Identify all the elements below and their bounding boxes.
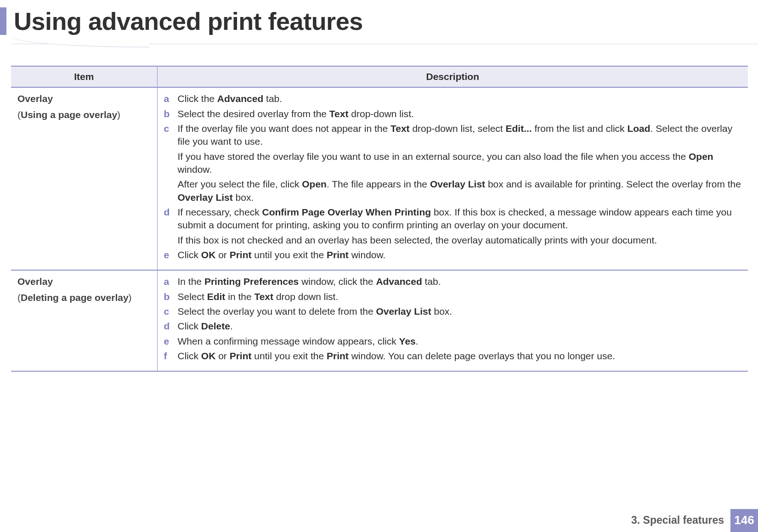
item-subtitle: (Deleting a page overlay) (17, 292, 132, 303)
step-text: If the overlay file you want does not ap… (178, 122, 742, 148)
step-item: dClick Delete. (164, 320, 742, 333)
step-text: In the Printing Preferences window, clic… (178, 275, 742, 288)
page-footer: 3. Special features 146 (631, 509, 758, 532)
step-marker: c (164, 305, 172, 318)
step-item: bSelect the desired overlay from the Tex… (164, 108, 742, 120)
item-subtitle: (Using a page overlay) (17, 109, 120, 120)
step-item: bSelect Edit in the Text drop down list. (164, 290, 742, 303)
step-body: Select the desired overlay from the Text… (178, 108, 742, 120)
step-marker: e (164, 249, 172, 261)
step-item: dIf necessary, check Confirm Page Overla… (164, 206, 742, 247)
step-extra: If this box is not checked and an overla… (178, 234, 742, 247)
step-marker: e (164, 335, 172, 348)
page-title: Using advanced print features (0, 5, 758, 38)
step-body: In the Printing Preferences window, clic… (178, 275, 742, 288)
step-item: eWhen a confirming message window appear… (164, 335, 742, 348)
table-row: Overlay(Using a page overlay)aClick the … (11, 87, 748, 270)
step-text: Select Edit in the Text drop down list. (178, 290, 742, 303)
col-header-description: Description (157, 66, 748, 87)
description-cell: aClick the Advanced tab.bSelect the desi… (157, 87, 748, 270)
title-underline (11, 41, 758, 47)
step-item: cSelect the overlay you want to delete f… (164, 305, 742, 318)
step-item: fClick OK or Print until you exit the Pr… (164, 350, 742, 362)
step-marker: f (164, 350, 172, 362)
content-table: Item Description Overlay(Using a page ov… (11, 66, 748, 372)
step-item: aClick the Advanced tab. (164, 92, 742, 105)
step-extra: After you select the file, click Open. T… (178, 178, 742, 204)
step-text: Select the desired overlay from the Text… (178, 108, 742, 120)
paren-close: ) (117, 109, 120, 120)
footer-page-number: 146 (730, 509, 758, 532)
table-body: Overlay(Using a page overlay)aClick the … (11, 87, 748, 371)
step-body: If necessary, check Confirm Page Overlay… (178, 206, 742, 247)
step-marker: b (164, 290, 172, 303)
step-text: Click OK or Print until you exit the Pri… (178, 249, 742, 261)
step-text: If necessary, check Confirm Page Overlay… (178, 206, 742, 232)
step-extra: If you have stored the overlay file you … (178, 150, 742, 176)
step-body: Select the overlay you want to delete fr… (178, 305, 742, 318)
step-text: Click the Advanced tab. (178, 92, 742, 105)
step-marker: a (164, 92, 172, 105)
step-text: Click OK or Print until you exit the Pri… (178, 350, 742, 362)
footer-chapter: 3. Special features (631, 513, 730, 527)
step-text: Click Delete. (178, 320, 742, 333)
title-underline-curve (11, 36, 149, 47)
col-header-item: Item (11, 66, 157, 87)
step-marker: b (164, 108, 172, 120)
item-title: Overlay (17, 275, 151, 288)
item-subtitle-bold: Using a page overlay (21, 109, 117, 120)
item-cell: Overlay(Using a page overlay) (11, 87, 157, 270)
item-cell: Overlay(Deleting a page overlay) (11, 270, 157, 371)
item-subtitle-bold: Deleting a page overlay (21, 292, 129, 303)
table-row: Overlay(Deleting a page overlay)aIn the … (11, 270, 748, 371)
step-body: Select Edit in the Text drop down list. (178, 290, 742, 303)
step-marker: d (164, 320, 172, 333)
step-text: When a confirming message window appears… (178, 335, 742, 348)
step-item: eClick OK or Print until you exit the Pr… (164, 249, 742, 261)
step-body: If the overlay file you want does not ap… (178, 122, 742, 204)
paren-open: ( (17, 109, 21, 120)
step-body: Click Delete. (178, 320, 742, 333)
steps-list: aClick the Advanced tab.bSelect the desi… (164, 92, 742, 261)
step-body: When a confirming message window appears… (178, 335, 742, 348)
title-accent-bar (0, 7, 6, 35)
steps-list: aIn the Printing Preferences window, cli… (164, 275, 742, 362)
step-body: Click the Advanced tab. (178, 92, 742, 105)
step-marker: c (164, 122, 172, 204)
step-item: aIn the Printing Preferences window, cli… (164, 275, 742, 288)
paren-open: ( (17, 292, 21, 303)
paren-close: ) (129, 292, 132, 303)
item-title: Overlay (17, 92, 151, 105)
step-marker: a (164, 275, 172, 288)
step-body: Click OK or Print until you exit the Pri… (178, 249, 742, 261)
step-item: cIf the overlay file you want does not a… (164, 122, 742, 204)
title-area: Using advanced print features (0, 0, 758, 47)
step-text: Select the overlay you want to delete fr… (178, 305, 742, 318)
step-marker: d (164, 206, 172, 247)
step-body: Click OK or Print until you exit the Pri… (178, 350, 742, 362)
description-cell: aIn the Printing Preferences window, cli… (157, 270, 748, 371)
